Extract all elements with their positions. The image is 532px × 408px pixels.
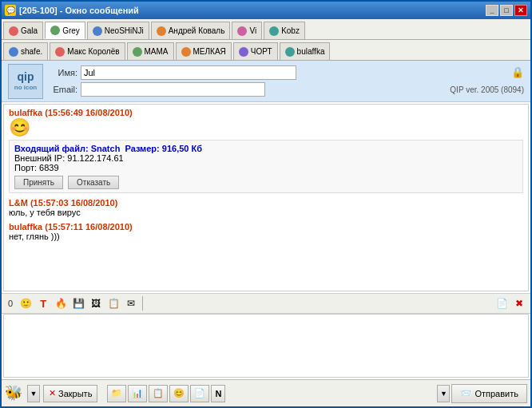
decline-file-button[interactable]: Отказать: [68, 176, 119, 189]
save-button[interactable]: 💾: [70, 295, 86, 311]
tab-label-chort: ЧОРТ: [251, 47, 272, 56]
tab-dot-melkaya: [181, 47, 191, 57]
profile-area: qip no icon Имя: 🔒 Email: QIP ver. 2005 …: [2, 61, 530, 102]
tabs-row-1: GalaGreyNeoSHiNJiАндрей КовальViKobz: [2, 19, 530, 40]
tab-label-mama: МАМА: [145, 47, 169, 56]
tab-dot-bulaffka: [285, 47, 295, 57]
chat-message-msg3: bulaffka (15:57:11 16/08/2010)нет, глянь…: [9, 222, 523, 241]
tab-label-melkaya: МЕЛКАЯ: [193, 47, 226, 56]
tab-mama[interactable]: МАМА: [127, 42, 174, 60]
flame-button[interactable]: 🔥: [53, 295, 69, 311]
tab-dot-shafe: [9, 47, 18, 57]
chat-sender-msg1: bulaffka (15:56:49 16/08/2010): [9, 108, 523, 117]
minimize-button[interactable]: _: [486, 5, 498, 16]
chat-emoji-msg1: 😊: [9, 117, 523, 138]
tab-neoshinji[interactable]: NeoSHiNJi: [87, 22, 149, 39]
menu-arrow-button[interactable]: ▼: [27, 385, 40, 402]
tab-bulaffka[interactable]: bulaffka: [280, 42, 331, 60]
image-button[interactable]: 🖼: [88, 295, 104, 311]
window-title: [205-100] - Окно сообщений: [19, 6, 139, 15]
profile-fields: Имя: 🔒 Email: QIP ver. 2005 (8094): [50, 65, 524, 97]
tab-dot-kobz: [269, 26, 279, 36]
tab-label-neoshinji: NeoSHiNJi: [105, 26, 144, 35]
file-ip-line: Внешний IP: 91.122.174.61: [14, 153, 518, 163]
close-button[interactable]: ✕: [514, 5, 527, 16]
chat-text-msg2: юль, у тебя вирус: [9, 208, 523, 217]
chat-text-msg3: нет, глянь ))): [9, 232, 523, 241]
chat-sender-msg2: L&M (15:57:03 16/08/2010): [9, 198, 523, 208]
doc-button[interactable]: 📄: [190, 385, 209, 402]
maximize-button[interactable]: □: [500, 5, 513, 16]
email-label: Email:: [50, 85, 77, 94]
name-label: Имя:: [50, 68, 77, 77]
email-row: Email: QIP ver. 2005 (8094): [50, 82, 524, 97]
tab-label-gala: Gala: [21, 26, 38, 35]
n-button[interactable]: N: [211, 385, 225, 402]
tab-label-andrey: Андрей Коваль: [169, 26, 225, 35]
send-label: Отправить: [474, 389, 518, 398]
tab-andrey[interactable]: Андрей Коваль: [151, 22, 231, 39]
tab-shafe[interactable]: shafe.: [3, 42, 48, 60]
file-port-line: Порт: 6839: [14, 163, 518, 172]
chat-message-msg2: L&M (15:57:03 16/08/2010)юль, у тебя вир…: [9, 198, 523, 217]
tab-dot-maks: [55, 47, 65, 57]
tab-maks[interactable]: Макс Королёв: [50, 42, 125, 60]
tab-chort[interactable]: ЧОРТ: [233, 42, 278, 60]
list-button[interactable]: 📋: [149, 385, 168, 402]
mail-button[interactable]: ✉: [123, 295, 139, 311]
chart-button[interactable]: 📊: [128, 385, 147, 402]
char-counter: 0: [5, 299, 16, 308]
message-input[interactable]: [3, 314, 529, 378]
tab-kobz[interactable]: Kobz: [264, 22, 305, 39]
tab-gala[interactable]: Gala: [3, 22, 43, 39]
tab-dot-grey: [50, 26, 60, 35]
clipboard-button[interactable]: 📋: [105, 295, 121, 311]
bottom-bar: 🐝 ▼ ✕ Закрыть 📁 📊 📋 😊 📄 N ▼ 📨 Отправить: [2, 379, 530, 406]
send-arrow-button[interactable]: ▼: [437, 385, 450, 402]
tab-label-kobz: Kobz: [281, 26, 300, 35]
tab-dot-vi: [237, 26, 247, 36]
send-icon: 📨: [460, 388, 471, 398]
smiley-button[interactable]: 😊: [169, 385, 189, 402]
toolbar-separator: [142, 296, 143, 311]
tab-label-grey: Grey: [62, 26, 80, 35]
tab-grey[interactable]: Grey: [45, 22, 85, 39]
send-button[interactable]: 📨 Отправить: [451, 384, 527, 403]
tab-label-maks: Макс Королёв: [67, 47, 119, 56]
clear-button[interactable]: ✖: [511, 295, 527, 311]
tab-label-vi: Vi: [249, 26, 256, 35]
emoji-button[interactable]: 🙂: [18, 295, 34, 311]
tab-dot-gala: [9, 26, 18, 36]
close-x-icon: ✕: [49, 388, 56, 398]
bottom-right: ▼ 📨 Отправить: [437, 384, 527, 403]
profile-logo: qip no icon: [8, 64, 43, 99]
tab-label-bulaffka: bulaffka: [297, 47, 325, 56]
tabs-row-2: shafe.Макс КоролёвМАМАМЕЛКАЯЧОРТbulaffka: [2, 40, 530, 61]
folder-button[interactable]: 📁: [107, 385, 126, 402]
email-input[interactable]: [81, 82, 265, 97]
chat-message-msg1: bulaffka (15:56:49 16/08/2010)😊Входящий …: [9, 108, 523, 193]
lock-icon: 🔒: [511, 66, 524, 79]
chat-sender-msg3: bulaffka (15:57:11 16/08/2010): [9, 222, 523, 232]
accept-file-button[interactable]: Принять: [14, 176, 63, 189]
middle-buttons: 📁 📊 📋 😊 📄 N: [107, 385, 225, 402]
font-button[interactable]: T: [35, 295, 51, 311]
tab-dot-neoshinji: [93, 26, 102, 36]
chat-area[interactable]: bulaffka (15:56:49 16/08/2010)😊Входящий …: [3, 104, 529, 291]
tab-label-shafe: shafe.: [21, 47, 42, 56]
close-chat-button[interactable]: ✕ Закрыть: [43, 385, 97, 402]
tab-melkaya[interactable]: МЕЛКАЯ: [176, 42, 232, 60]
file-info-msg1: Входящий файл: Snatch Размер: 916,50 КбВ…: [9, 140, 523, 193]
tab-vi[interactable]: Vi: [232, 22, 262, 39]
version-text: QIP ver. 2005 (8094): [450, 85, 524, 94]
tab-dot-andrey: [157, 26, 166, 36]
titlebar-buttons: _ □ ✕: [486, 5, 527, 16]
avatar-icon[interactable]: 🐝: [5, 384, 24, 403]
toolbar-right: 📄 ✖: [494, 295, 527, 311]
toolbar-area: 0 🙂 T 🔥 💾 🖼 📋 ✉ 📄 ✖: [2, 293, 530, 314]
name-row: Имя: 🔒: [50, 65, 524, 80]
file-buttons: ПринятьОтказать: [14, 176, 518, 189]
window-icon: 💬: [5, 5, 16, 16]
name-input[interactable]: [81, 65, 296, 80]
attach-button[interactable]: 📄: [494, 295, 510, 311]
